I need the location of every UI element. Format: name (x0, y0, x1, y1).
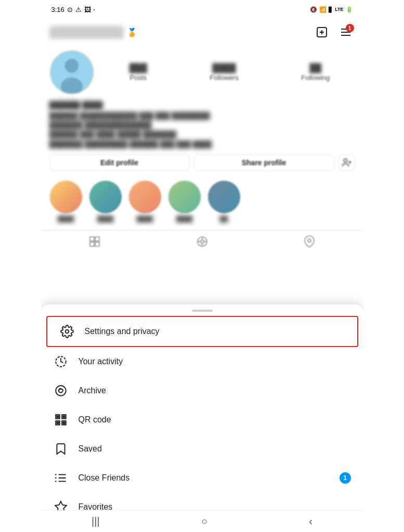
posts-stat[interactable]: ███ Posts (129, 63, 147, 82)
mute-icon: 🔇 (310, 6, 317, 13)
close-friends-badge: 1 (340, 472, 351, 484)
your-activity-item[interactable]: Your activity (41, 347, 363, 376)
close-friends-label: Close Friends (79, 473, 130, 483)
svg-point-22 (308, 239, 311, 242)
archive-item[interactable]: Archive (41, 376, 363, 405)
svg-rect-34 (64, 421, 66, 422)
header-icons: 1 (312, 23, 355, 42)
list-icon (54, 471, 68, 485)
highlight-circle-4 (168, 180, 201, 214)
svg-point-25 (56, 385, 66, 396)
lte-icon: LTE (335, 7, 343, 12)
highlight-label-3: ████ (137, 216, 153, 222)
ig-header: ██████████ 🏅 1 (41, 19, 363, 46)
svg-point-23 (65, 330, 69, 334)
highlight-label-4: ████ (176, 216, 192, 222)
profile-section: ███ Posts ████ Followers ██ Following ██… (41, 46, 363, 230)
bookmark-icon (54, 442, 68, 456)
tab-grid[interactable] (41, 231, 149, 253)
wifi-icon: 📶 (319, 6, 327, 13)
highlight-item-5[interactable]: ██ (207, 180, 241, 222)
android-nav-bar: ||| ○ ‹ (41, 510, 363, 532)
qr-code-item[interactable]: QR code (41, 405, 363, 434)
bottom-sheet: Settings and privacy Your activity Ar (41, 304, 363, 532)
close-friends-item[interactable]: Close Friends 1 (41, 463, 363, 493)
settings-privacy-item[interactable]: Settings and privacy (46, 316, 358, 347)
highlight-label-1: ████ (58, 216, 74, 222)
svg-rect-35 (62, 423, 63, 425)
settings-privacy-label: Settings and privacy (85, 327, 160, 336)
status-bar: 3:16 ⊙ ⚠ 🖼 • 🔇 📶 ▊ LTE 🔋 (41, 0, 363, 19)
image-icon: 🖼 (84, 6, 91, 14)
highlight-item-3[interactable]: ████ (128, 180, 162, 222)
svg-point-9 (344, 158, 347, 162)
edit-profile-button[interactable]: Edit profile (49, 154, 190, 171)
username-text: ██████████ (49, 26, 124, 39)
tab-bar (41, 230, 363, 253)
tab-tagged[interactable] (256, 231, 363, 253)
qr-code-label: QR code (79, 415, 111, 424)
highlight-circle-2 (89, 180, 122, 214)
gear-icon (60, 324, 74, 339)
svg-point-17 (201, 240, 204, 243)
signal-icon: ▊ (329, 7, 333, 12)
svg-rect-12 (90, 237, 94, 241)
status-bar-right: 🔇 📶 ▊ LTE 🔋 (310, 6, 353, 13)
avatar-image (50, 51, 93, 94)
highlight-label-2: ████ (97, 216, 113, 222)
phone-frame: 3:16 ⊙ ⚠ 🖼 • 🔇 📶 ▊ LTE 🔋 ██████████ 🏅 (41, 0, 363, 532)
saved-item[interactable]: Saved (41, 434, 363, 463)
dot-icon: • (94, 7, 95, 12)
username-area: ██████████ 🏅 (49, 26, 138, 39)
followers-stat[interactable]: ████ Followers (210, 63, 239, 82)
archive-label: Archive (79, 386, 106, 395)
highlight-item-1[interactable]: ████ (49, 180, 83, 222)
svg-point-7 (64, 59, 79, 73)
status-bar-left: 3:16 ⊙ ⚠ 🖼 • (51, 6, 95, 14)
posts-label: Posts (129, 74, 147, 82)
following-stat[interactable]: ██ Following (301, 63, 330, 82)
highlight-item-2[interactable]: ████ (89, 180, 122, 222)
svg-rect-13 (95, 237, 99, 241)
nav-back-button[interactable]: ‹ (298, 511, 323, 531)
menu-button[interactable]: 1 (336, 23, 355, 42)
bio-section: ██████ ████ ██████ ████████████ ███ ███ … (49, 101, 355, 149)
svg-rect-30 (63, 416, 64, 417)
action-buttons: Edit profile Share profile (49, 154, 355, 171)
battery-icon: 🔋 (346, 6, 353, 13)
bio-text: ██████ ████████████ ███ ███ ████████ ███… (49, 111, 355, 149)
nav-home-button[interactable]: ○ (191, 511, 218, 531)
followers-count: ████ (212, 63, 236, 73)
profile-top-row: ███ Posts ████ Followers ██ Following (49, 50, 355, 95)
activity-icon (54, 354, 68, 369)
svg-rect-29 (57, 416, 58, 417)
whatsapp-icon: ⊙ (67, 6, 73, 14)
menu-notification-badge: 1 (346, 24, 354, 32)
add-content-button[interactable] (312, 23, 331, 42)
verified-icon: 🏅 (127, 28, 137, 37)
share-profile-button[interactable]: Share profile (194, 154, 334, 171)
tab-reels[interactable] (148, 231, 256, 253)
nav-recents-button[interactable]: ||| (81, 511, 110, 531)
bio-name: ██████ ████ (49, 101, 355, 109)
highlight-label-5: ██ (220, 216, 228, 222)
alert-icon: ⚠ (75, 6, 82, 14)
highlight-circle-3 (128, 180, 162, 214)
svg-rect-36 (64, 423, 66, 425)
add-person-button[interactable] (338, 154, 355, 171)
highlights-row: ████ ████ ████ ████ (49, 176, 355, 226)
stats-row: ███ Posts ████ Followers ██ Following (105, 63, 355, 82)
time-display: 3:16 (51, 6, 64, 14)
highlight-circle-1 (49, 180, 83, 214)
avatar (49, 50, 94, 95)
svg-rect-33 (62, 421, 63, 422)
posts-count: ███ (129, 63, 147, 73)
highlight-circle-5 (207, 180, 241, 214)
svg-rect-31 (57, 422, 58, 423)
svg-rect-15 (95, 242, 99, 246)
your-activity-label: Your activity (79, 357, 123, 366)
archive-icon (54, 383, 68, 398)
highlight-item-4[interactable]: ████ (168, 180, 201, 222)
sheet-handle (192, 310, 213, 312)
following-label: Following (301, 74, 330, 82)
